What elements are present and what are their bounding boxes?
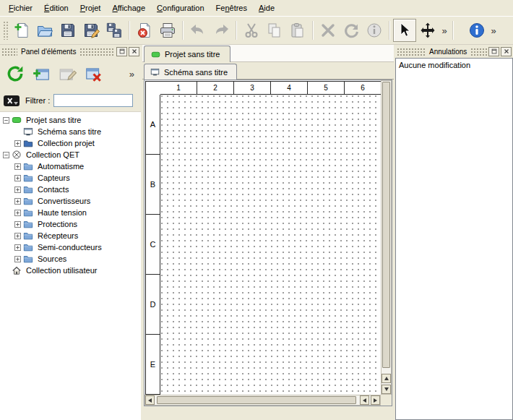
tree-item[interactable]: Convertisseurs bbox=[0, 195, 141, 207]
dock-grip[interactable] bbox=[79, 48, 115, 56]
tree-item-label: Contacts bbox=[38, 185, 69, 194]
tree-item[interactable]: Automatisme bbox=[0, 160, 141, 172]
menu-fenetres[interactable]: Fenêtres bbox=[210, 1, 253, 15]
project-icon bbox=[12, 115, 23, 125]
save-as-icon bbox=[82, 22, 100, 39]
scrollbar-thumb[interactable] bbox=[382, 82, 390, 368]
schema-canvas[interactable]: 123456 ABCDE bbox=[145, 80, 381, 395]
menu-affichage[interactable]: Affichage bbox=[106, 1, 151, 15]
info-blue-icon bbox=[468, 22, 486, 39]
expand-icon[interactable] bbox=[14, 140, 21, 147]
scrollbar-thumb[interactable] bbox=[157, 396, 356, 404]
expand-icon[interactable] bbox=[14, 187, 21, 193]
vertical-scrollbar[interactable] bbox=[381, 80, 392, 395]
toolbar-handle[interactable] bbox=[3, 21, 8, 40]
menu-aide[interactable]: Aide bbox=[253, 1, 280, 15]
menu-configuration[interactable]: Configuration bbox=[151, 1, 210, 15]
reload-icon bbox=[6, 64, 25, 83]
edit-element-button[interactable] bbox=[55, 61, 79, 86]
collapse-icon[interactable] bbox=[3, 152, 9, 158]
close-panel-button[interactable] bbox=[129, 47, 139, 56]
home-icon bbox=[12, 265, 23, 275]
elements-panel-toolbar: » bbox=[0, 58, 141, 90]
expand-icon[interactable] bbox=[14, 198, 21, 205]
tree-item[interactable]: Contacts bbox=[0, 184, 141, 195]
tree-item[interactable]: Collection projet bbox=[0, 137, 141, 149]
expand-icon[interactable] bbox=[14, 233, 21, 239]
toolbar-overflow-button[interactable]: » bbox=[488, 20, 499, 40]
close-panel-button[interactable] bbox=[501, 47, 512, 56]
paste-button[interactable] bbox=[286, 19, 309, 42]
scroll-left-button[interactable] bbox=[360, 395, 369, 405]
tree-item[interactable]: Semi-conducteurs bbox=[0, 241, 141, 253]
tree-item[interactable]: Protections bbox=[0, 218, 141, 230]
filter-row: Filtrer : bbox=[0, 90, 141, 111]
tree-item[interactable]: Sources bbox=[0, 253, 141, 265]
info-gray-icon bbox=[366, 22, 383, 39]
rotate-button[interactable] bbox=[340, 19, 363, 42]
clear-filter-button[interactable] bbox=[3, 93, 22, 108]
open-button[interactable] bbox=[33, 19, 56, 42]
pan-mode-button[interactable] bbox=[416, 19, 439, 42]
tree-item[interactable]: Projet sans titre bbox=[0, 114, 141, 126]
menu-edition[interactable]: Édition bbox=[38, 1, 74, 15]
scroll-down-button[interactable] bbox=[381, 385, 391, 394]
tree-item[interactable]: Collection QET bbox=[0, 149, 141, 160]
delete-element-button[interactable] bbox=[81, 61, 105, 86]
undo-button[interactable] bbox=[186, 19, 210, 42]
menu-fichier[interactable]: Fichier bbox=[3, 1, 38, 15]
expand-icon[interactable] bbox=[14, 210, 21, 216]
scroll-left-button[interactable] bbox=[145, 395, 155, 405]
expand-icon[interactable] bbox=[14, 221, 21, 228]
properties-button[interactable] bbox=[363, 19, 386, 42]
redo-button[interactable] bbox=[210, 19, 233, 42]
info-button[interactable] bbox=[465, 19, 488, 42]
new-project-button[interactable] bbox=[10, 19, 33, 42]
reload-collections-button[interactable] bbox=[3, 61, 27, 86]
tree-item-label: Convertisseurs bbox=[38, 197, 90, 205]
dock-grip[interactable] bbox=[470, 48, 487, 56]
dock-grip[interactable] bbox=[397, 48, 426, 56]
float-window-icon bbox=[491, 48, 498, 55]
expand-icon[interactable] bbox=[14, 244, 21, 251]
expand-icon[interactable] bbox=[14, 175, 21, 181]
collapse-icon[interactable] bbox=[3, 117, 9, 124]
scroll-up-button[interactable] bbox=[381, 374, 391, 383]
tree-item[interactable]: Schéma sans titre bbox=[0, 126, 141, 137]
tree-item[interactable]: Collection utilisateur bbox=[0, 265, 141, 276]
dock-grip[interactable] bbox=[1, 48, 17, 56]
cut-button[interactable] bbox=[240, 19, 263, 42]
selection-mode-button[interactable] bbox=[393, 19, 416, 42]
copy-button[interactable] bbox=[263, 19, 286, 42]
delete-button[interactable] bbox=[316, 19, 340, 42]
grid-column-label: 5 bbox=[308, 82, 345, 94]
modes-overflow-button[interactable]: » bbox=[439, 20, 449, 40]
print-icon bbox=[159, 22, 176, 39]
tree-item[interactable]: Haute tension bbox=[0, 207, 141, 218]
float-panel-button[interactable] bbox=[488, 47, 499, 56]
project-tab[interactable]: Projet sans titre bbox=[144, 46, 230, 62]
schema-icon bbox=[150, 67, 160, 77]
horizontal-scrollbar[interactable] bbox=[145, 395, 381, 406]
float-panel-button[interactable] bbox=[116, 47, 127, 56]
expand-icon[interactable] bbox=[14, 256, 21, 262]
scroll-right-button[interactable] bbox=[371, 395, 380, 405]
print-button[interactable] bbox=[156, 19, 179, 42]
new-element-button[interactable] bbox=[29, 61, 53, 86]
rotate-icon bbox=[342, 22, 360, 39]
schema-tab[interactable]: Schéma sans titre bbox=[144, 64, 237, 80]
panel-toolbar-overflow[interactable]: » bbox=[126, 69, 138, 80]
undo-list-item[interactable]: Aucune modification bbox=[399, 61, 509, 69]
close-file-button[interactable] bbox=[133, 19, 156, 42]
tree-item[interactable]: Capteurs bbox=[0, 172, 141, 184]
expand-icon[interactable] bbox=[14, 163, 21, 170]
elements-tree: Projet sans titreSchéma sans titreCollec… bbox=[0, 111, 141, 420]
tree-item-label: Schéma sans titre bbox=[38, 127, 101, 136]
tree-item[interactable]: Récepteurs bbox=[0, 230, 141, 241]
grid-row-label: C bbox=[146, 215, 160, 275]
filter-input[interactable] bbox=[53, 94, 133, 107]
save-as-button[interactable] bbox=[79, 19, 103, 42]
save-all-button[interactable] bbox=[103, 19, 126, 42]
menu-projet[interactable]: Projet bbox=[74, 1, 107, 15]
save-button[interactable] bbox=[56, 19, 79, 42]
